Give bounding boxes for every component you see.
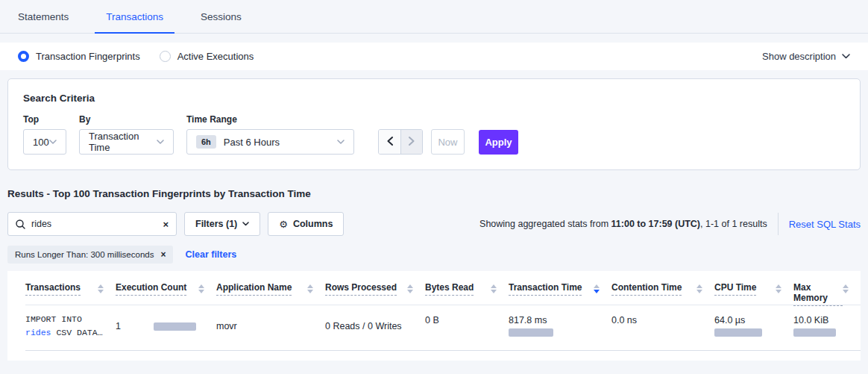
cell-max-memory: 10.0 KiB <box>793 305 861 350</box>
active-filters-row: Runs Longer Than: 300 milliseconds × Cle… <box>7 246 861 264</box>
col-header-label[interactable]: Transaction Time <box>509 282 582 296</box>
sort-icon[interactable] <box>98 284 104 293</box>
search-clear-icon[interactable]: × <box>163 219 169 229</box>
stats-prefix: Showing aggregated stats from <box>479 219 611 229</box>
sort-icon[interactable] <box>407 284 413 293</box>
max-memory-value: 10.0 KiB <box>793 315 849 325</box>
clear-filters-link[interactable]: Clear filters <box>185 249 236 260</box>
cell-transaction-fingerprint[interactable]: IMPORT INTO rides CSV DATA… <box>25 305 116 350</box>
col-header-contention-time: Contention Time <box>611 271 714 305</box>
cell-transaction-time: 817.8 ms <box>509 305 611 350</box>
remove-filter-icon[interactable]: × <box>160 250 166 259</box>
time-range-badge: 6h <box>196 135 216 149</box>
top-select[interactable]: 100 <box>23 129 66 155</box>
transaction-sql-line1: IMPORT INTO <box>25 313 104 326</box>
col-header-max-memory: Max Memory <box>793 271 861 305</box>
col-header-label[interactable]: Contention Time <box>611 282 682 296</box>
time-range-field: Time Range 6h Past 6 Hours <box>186 114 354 155</box>
filter-pill: Runs Longer Than: 300 milliseconds × <box>7 246 173 264</box>
contention-time-value: 0.0 ns <box>611 315 637 325</box>
show-description-label: Show description <box>762 51 836 62</box>
chevron-down-icon <box>337 140 345 144</box>
col-header-label[interactable]: Max Memory <box>793 282 843 306</box>
by-select[interactable]: Transaction Time <box>79 129 174 155</box>
sort-icon[interactable] <box>696 284 702 293</box>
sort-icon-active-desc[interactable] <box>594 284 600 293</box>
top-field: Top 100 <box>23 114 66 155</box>
col-header-label[interactable]: Bytes Read <box>425 282 474 296</box>
search-icon <box>16 219 25 229</box>
chevron-down-icon <box>157 140 164 144</box>
time-next-button[interactable] <box>400 130 422 154</box>
col-header-label[interactable]: Rows Processed <box>325 282 397 296</box>
sort-icon[interactable] <box>776 284 781 293</box>
show-description-toggle[interactable]: Show description <box>762 51 850 62</box>
transaction-sql-line2: rides CSV DATA… <box>25 326 104 340</box>
transaction-link[interactable]: rides <box>25 328 51 337</box>
col-header-bytes-read: Bytes Read <box>425 271 509 305</box>
col-header-label[interactable]: CPU Time <box>714 282 756 296</box>
application-name-value: movr <box>216 321 237 331</box>
time-range-select[interactable]: 6h Past 6 Hours <box>186 129 354 155</box>
col-header-transactions: Transactions <box>25 271 116 305</box>
radio-label: Transaction Fingerprints <box>36 51 140 62</box>
sort-icon[interactable] <box>307 284 313 293</box>
top-label: Top <box>23 114 66 125</box>
col-header-application-name: Application Name <box>216 271 325 305</box>
col-header-label[interactable]: Execution Count <box>116 282 186 296</box>
col-header-rows-processed: Rows Processed <box>325 271 425 305</box>
stats-range: 11:00 to 17:59 (UTC) <box>611 219 700 229</box>
gear-icon: ⚙ <box>279 219 288 230</box>
transaction-time-bar <box>509 328 553 337</box>
col-header-label[interactable]: Transactions <box>25 282 81 296</box>
cell-bytes-read: 0 B <box>425 305 509 350</box>
col-header-label[interactable]: Application Name <box>216 282 292 296</box>
search-criteria-controls: Top 100 By Transaction Time Ti <box>23 114 845 155</box>
cell-rows-processed: 0 Reads / 0 Writes <box>325 305 425 350</box>
time-prev-button[interactable] <box>379 130 400 154</box>
sort-icon[interactable] <box>843 284 849 293</box>
search-input[interactable] <box>31 219 163 229</box>
transactions-page: Statements Transactions Sessions Transac… <box>0 0 868 361</box>
sort-icon[interactable] <box>198 284 204 293</box>
col-header-transaction-time: Transaction Time <box>509 271 611 305</box>
radio-label: Active Executions <box>177 51 254 62</box>
view-toggle-strip: Transaction Fingerprints Active Executio… <box>0 43 868 70</box>
max-memory-bar <box>793 328 836 337</box>
filter-pill-label: Runs Longer Than: 300 milliseconds <box>15 250 154 259</box>
tab-transactions[interactable]: Transactions <box>95 2 174 34</box>
search-criteria-title: Search Criteria <box>23 93 845 104</box>
tab-statements[interactable]: Statements <box>7 2 80 34</box>
now-button[interactable]: Now <box>431 129 465 155</box>
by-field: By Transaction Time <box>79 114 174 155</box>
radio-transaction-fingerprints[interactable]: Transaction Fingerprints <box>18 51 140 62</box>
chevron-right-icon <box>409 137 415 148</box>
search-criteria-card: Search Criteria Top 100 By Transaction T… <box>7 78 861 170</box>
tab-sessions[interactable]: Sessions <box>189 2 253 34</box>
cpu-time-bar <box>714 328 762 337</box>
search-box: × <box>7 212 177 236</box>
radio-active-executions[interactable]: Active Executions <box>160 51 254 62</box>
apply-button[interactable]: Apply <box>479 130 518 155</box>
table-row: IMPORT INTO rides CSV DATA… 1 movr 0 Rea… <box>25 305 861 351</box>
sort-icon[interactable] <box>491 284 497 293</box>
filters-button[interactable]: Filters (1) <box>184 212 260 236</box>
aggregated-stats-text: Showing aggregated stats from 11:00 to 1… <box>479 219 767 229</box>
columns-button[interactable]: ⚙ Columns <box>268 212 344 236</box>
radio-unselected-icon <box>160 51 171 62</box>
chevron-down-icon <box>242 222 249 226</box>
time-nav-group <box>378 129 423 155</box>
rows-processed-value: 0 Reads / 0 Writes <box>325 321 402 331</box>
vertical-divider <box>778 213 779 235</box>
chevron-down-icon <box>49 140 57 144</box>
chevron-down-icon <box>842 54 850 59</box>
time-range-label: Time Range <box>186 114 354 125</box>
results-heading: Results - Top 100 Transaction Fingerprin… <box>7 188 861 199</box>
results-table: Transactions Execution Count Application… <box>7 271 861 361</box>
stats-suffix: , 1-1 of 1 results <box>700 219 767 229</box>
radio-selected-icon <box>18 51 29 62</box>
reset-sql-stats-link[interactable]: Reset SQL Stats <box>789 219 861 230</box>
time-range-value: Past 6 Hours <box>224 137 280 148</box>
chevron-left-icon <box>387 137 393 148</box>
columns-label: Columns <box>293 219 333 229</box>
